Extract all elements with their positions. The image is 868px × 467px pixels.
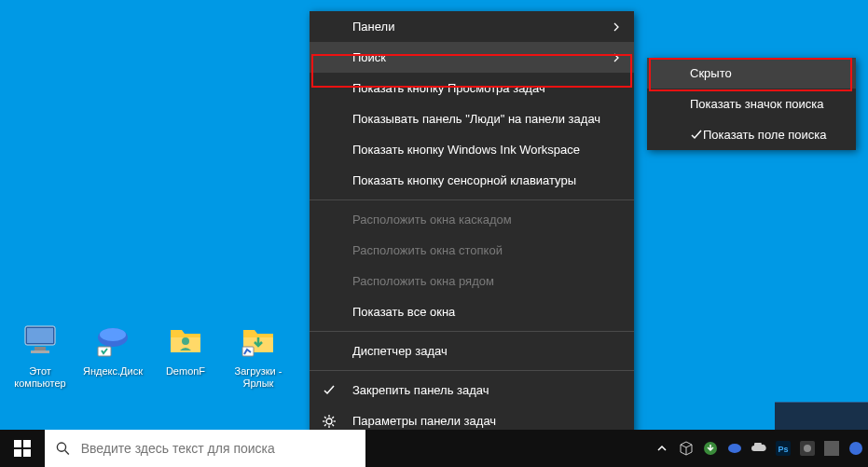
svg-point-9: [326, 419, 332, 424]
menu-item-label: Закрепить панель задач: [352, 383, 489, 397]
svg-line-17: [332, 417, 334, 419]
submenu-item-label: Скрыто: [690, 66, 732, 80]
svg-point-25: [728, 444, 741, 453]
tray-cube-icon[interactable]: [674, 430, 698, 467]
menu-item-label: Расположить окна стопкой: [352, 243, 503, 257]
desktop-icon-label: Этот компьютер: [7, 365, 73, 390]
desktop-icons: Этот компьютер Яндекс.Диск DemonF Загруз…: [7, 317, 291, 390]
svg-line-23: [65, 450, 69, 454]
tray-torrent-icon[interactable]: [698, 430, 723, 467]
context-menu-item[interactable]: Панели: [310, 11, 634, 42]
taskbar-context-menu: ПанелиПоискПоказать кнопку Просмотра зад…: [310, 11, 634, 436]
menu-item-label: Показывать панель "Люди" на панели задач: [352, 112, 600, 126]
search-submenu: СкрытоПоказать значок поискаПоказать пол…: [647, 58, 856, 150]
menu-item-label: Показать кнопку сенсорной клавиатуры: [352, 173, 576, 187]
tray-yandex-icon[interactable]: [723, 430, 747, 467]
submenu-item[interactable]: Показать значок поиска: [647, 89, 856, 119]
tray-app-icon-2[interactable]: [820, 430, 844, 467]
menu-item-label: Показать все окна: [352, 305, 455, 319]
search-input[interactable]: [81, 441, 365, 456]
svg-rect-21: [23, 449, 31, 457]
windows-icon: [14, 440, 31, 457]
context-menu-item: Расположить окна каскадом: [310, 204, 634, 235]
gear-icon: [323, 415, 336, 428]
taskbar-search-box[interactable]: [45, 430, 365, 467]
tray-chevron-up-icon[interactable]: [650, 430, 674, 467]
menu-separator: [310, 331, 634, 332]
window-peek: [775, 402, 868, 430]
menu-separator: [310, 199, 634, 200]
desktop-icon-this-pc[interactable]: Этот компьютер: [7, 317, 73, 390]
context-menu-item[interactable]: Показать кнопку сенсорной клавиатуры: [310, 165, 634, 196]
tray-app-icon-3[interactable]: [844, 430, 868, 467]
svg-rect-1: [27, 328, 53, 343]
check-icon: [323, 384, 336, 397]
desktop-icon-downloads-shortcut[interactable]: Загрузки - Ярлык: [226, 317, 291, 390]
svg-line-14: [324, 417, 326, 419]
svg-point-5: [100, 328, 126, 341]
taskbar-spacer: [365, 430, 650, 467]
desktop-icon-label: DemonF: [153, 365, 218, 378]
svg-point-29: [804, 445, 811, 452]
start-button[interactable]: [0, 430, 45, 467]
search-icon: [56, 441, 70, 456]
svg-rect-20: [14, 449, 21, 457]
tray-app-icon-1[interactable]: [795, 430, 820, 467]
taskbar: Ps: [0, 430, 868, 467]
desktop-icon-yandex-disk[interactable]: Яндекс.Диск: [80, 317, 145, 390]
context-menu-item: Расположить окна рядом: [310, 266, 634, 296]
context-menu-item[interactable]: Показать кнопку Windows Ink Workspace: [310, 134, 634, 165]
tray-onedrive-icon[interactable]: [747, 430, 771, 467]
svg-rect-30: [824, 441, 839, 456]
svg-rect-3: [31, 350, 49, 353]
context-menu-item: Расположить окна стопкой: [310, 235, 634, 266]
svg-point-22: [57, 443, 65, 451]
context-menu-item[interactable]: Закрепить панель задач: [310, 375, 634, 405]
desktop-icon-label: Яндекс.Диск: [80, 365, 145, 378]
svg-line-16: [324, 424, 326, 426]
svg-point-31: [849, 442, 862, 455]
desktop-icon-demonf[interactable]: DemonF: [153, 317, 218, 390]
svg-text:Ps: Ps: [778, 445, 788, 454]
svg-rect-2: [34, 347, 46, 350]
svg-rect-19: [23, 440, 31, 447]
submenu-item-label: Показать значок поиска: [690, 97, 824, 111]
menu-item-label: Расположить окна рядом: [352, 274, 494, 288]
submenu-item[interactable]: Показать поле поиска: [647, 119, 856, 150]
submenu-item-label: Показать поле поиска: [703, 128, 827, 142]
folder-user-icon: [163, 317, 208, 362]
menu-item-label: Параметры панели задач: [352, 414, 496, 428]
monitor-icon: [18, 317, 62, 362]
chevron-right-icon: [612, 22, 621, 32]
menu-item-label: Показать кнопку Просмотра задач: [352, 81, 545, 95]
disk-icon: [90, 317, 135, 362]
context-menu-item[interactable]: Диспетчер задач: [310, 336, 634, 366]
submenu-item[interactable]: Скрыто: [647, 58, 856, 89]
menu-item-label: Расположить окна каскадом: [352, 213, 512, 227]
menu-separator: [310, 370, 634, 371]
context-menu-item[interactable]: Показать кнопку Просмотра задач: [310, 73, 634, 103]
menu-item-label: Показать кнопку Windows Ink Workspace: [352, 143, 580, 157]
tray-photoshop-icon[interactable]: Ps: [771, 430, 795, 467]
svg-rect-8: [242, 347, 254, 356]
menu-item-label: Диспетчер задач: [352, 344, 448, 358]
chevron-right-icon: [612, 53, 621, 62]
svg-rect-18: [14, 440, 21, 447]
menu-item-label: Поиск: [352, 50, 386, 64]
context-menu-item[interactable]: Показывать панель "Люди" на панели задач: [310, 103, 634, 134]
folder-download-icon: [236, 317, 281, 362]
context-menu-item[interactable]: Показать все окна: [310, 296, 634, 327]
menu-item-label: Панели: [352, 20, 394, 34]
system-tray: Ps: [650, 430, 868, 467]
svg-line-15: [332, 424, 334, 426]
context-menu-item[interactable]: Поиск: [310, 42, 634, 73]
desktop-icon-label: Загрузки - Ярлык: [226, 365, 291, 390]
svg-point-7: [182, 337, 189, 345]
check-icon: [690, 129, 703, 142]
